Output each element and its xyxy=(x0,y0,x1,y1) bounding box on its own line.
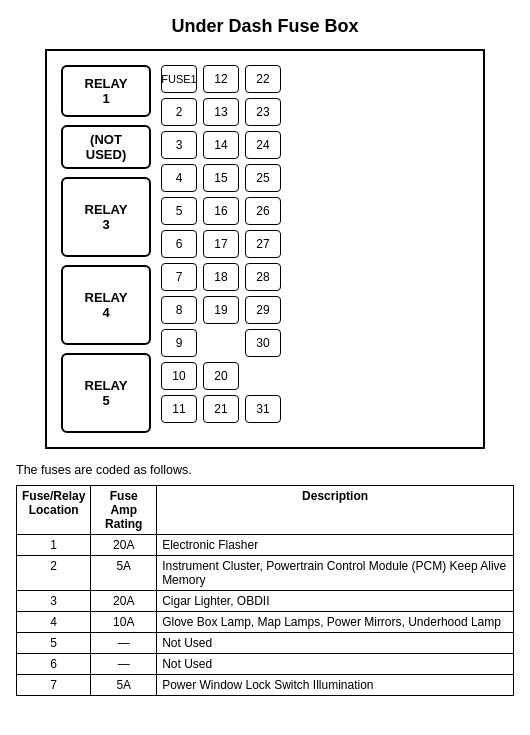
cell-description: Not Used xyxy=(157,654,514,675)
fuse-cell-16: 16 xyxy=(203,197,239,225)
table-row: 320ACigar Lighter, OBDII xyxy=(17,591,514,612)
cell-rating: 10A xyxy=(91,612,157,633)
cell-rating: — xyxy=(91,654,157,675)
cell-location: 1 xyxy=(17,535,91,556)
fuse-cell-20: 20 xyxy=(203,362,239,390)
table-row: 6—Not Used xyxy=(17,654,514,675)
fuse-cell-19: 19 xyxy=(203,296,239,324)
cell-description: Glove Box Lamp, Map Lamps, Power Mirrors… xyxy=(157,612,514,633)
cell-description: Instrument Cluster, Powertrain Control M… xyxy=(157,556,514,591)
fuse-cell-8: 8 xyxy=(161,296,197,324)
fuse-cell-3: 3 xyxy=(161,131,197,159)
fuse-cell-5: 5 xyxy=(161,197,197,225)
relay-not-used: (NOTUSED) xyxy=(61,125,151,169)
cell-rating: 5A xyxy=(91,675,157,696)
fuse-cell-10: 10 xyxy=(161,362,197,390)
fuse-cell-fuse1: FUSE1 xyxy=(161,65,197,93)
fuse-cell-11: 11 xyxy=(161,395,197,423)
fuse-cell-9: 9 xyxy=(161,329,197,357)
fuse-cell-12: 12 xyxy=(203,65,239,93)
fuse-cell-18: 18 xyxy=(203,263,239,291)
relay-column: RELAY1 (NOTUSED) RELAY3 RELAY4 RELAY5 xyxy=(61,65,151,433)
col-header-rating: Fuse AmpRating xyxy=(91,486,157,535)
col-header-description: Description xyxy=(157,486,514,535)
cell-location: 2 xyxy=(17,556,91,591)
fuse-cell-26: 26 xyxy=(245,197,281,225)
relay-4: RELAY4 xyxy=(61,265,151,345)
fuse-cell-25: 25 xyxy=(245,164,281,192)
table-row: 120AElectronic Flasher xyxy=(17,535,514,556)
fuse-cell-22: 22 xyxy=(245,65,281,93)
fuse-cell-13: 13 xyxy=(203,98,239,126)
fuse-cell-21: 21 xyxy=(203,395,239,423)
cell-description: Cigar Lighter, OBDII xyxy=(157,591,514,612)
fuse-cell-empty-1 xyxy=(203,329,239,357)
fuse-cell-24: 24 xyxy=(245,131,281,159)
fuse-cell-31: 31 xyxy=(245,395,281,423)
table-row: 25AInstrument Cluster, Powertrain Contro… xyxy=(17,556,514,591)
fuse-col-2: 12 13 14 15 16 17 18 19 20 21 xyxy=(203,65,239,433)
fuse-col-1: FUSE1 2 3 4 5 6 7 8 9 10 11 xyxy=(161,65,197,433)
fuse-cell-17: 17 xyxy=(203,230,239,258)
fuse-cell-29: 29 xyxy=(245,296,281,324)
fuse-col-3: 22 23 24 25 26 27 28 29 30 31 xyxy=(245,65,281,433)
cell-description: Not Used xyxy=(157,633,514,654)
table-row: 410AGlove Box Lamp, Map Lamps, Power Mir… xyxy=(17,612,514,633)
fuse-cell-empty-2 xyxy=(245,362,281,390)
cell-rating: — xyxy=(91,633,157,654)
cell-description: Power Window Lock Switch Illumination xyxy=(157,675,514,696)
cell-location: 4 xyxy=(17,612,91,633)
relay-3: RELAY3 xyxy=(61,177,151,257)
note-text: The fuses are coded as follows. xyxy=(16,463,514,477)
fuse-table: Fuse/RelayLocation Fuse AmpRating Descri… xyxy=(16,485,514,696)
cell-location: 7 xyxy=(17,675,91,696)
fuse-cell-4: 4 xyxy=(161,164,197,192)
relay-5: RELAY5 xyxy=(61,353,151,433)
fuse-cell-23: 23 xyxy=(245,98,281,126)
cell-rating: 5A xyxy=(91,556,157,591)
fuse-cell-14: 14 xyxy=(203,131,239,159)
cell-location: 6 xyxy=(17,654,91,675)
table-row: 75APower Window Lock Switch Illumination xyxy=(17,675,514,696)
cell-location: 5 xyxy=(17,633,91,654)
fuse-grid: FUSE1 2 3 4 5 6 7 8 9 10 11 12 13 14 15 … xyxy=(161,65,469,433)
cell-description: Electronic Flasher xyxy=(157,535,514,556)
fuse-cell-28: 28 xyxy=(245,263,281,291)
fuse-cell-6: 6 xyxy=(161,230,197,258)
cell-rating: 20A xyxy=(91,535,157,556)
table-row: 5—Not Used xyxy=(17,633,514,654)
fuse-cell-2: 2 xyxy=(161,98,197,126)
relay-1: RELAY1 xyxy=(61,65,151,117)
cell-location: 3 xyxy=(17,591,91,612)
fuse-cell-7: 7 xyxy=(161,263,197,291)
fuse-box-diagram: RELAY1 (NOTUSED) RELAY3 RELAY4 RELAY5 FU… xyxy=(45,49,485,449)
fuse-cell-27: 27 xyxy=(245,230,281,258)
page-title: Under Dash Fuse Box xyxy=(16,16,514,37)
cell-rating: 20A xyxy=(91,591,157,612)
fuse-cell-15: 15 xyxy=(203,164,239,192)
col-header-location: Fuse/RelayLocation xyxy=(17,486,91,535)
fuse-cell-30: 30 xyxy=(245,329,281,357)
